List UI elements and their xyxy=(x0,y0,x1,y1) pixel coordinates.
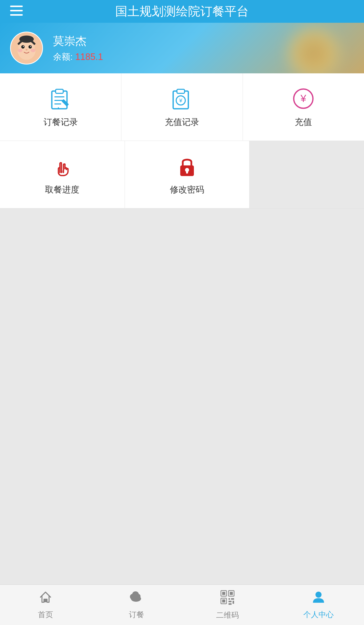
menu-row-1: 订餐记录 ¥ 充值记录 ¥ 充值 xyxy=(0,73,364,141)
balance-label: 余额: xyxy=(53,51,73,63)
menu-row-2: ¥ 取餐进度 修改密码 xyxy=(0,141,364,208)
svg-point-8 xyxy=(30,46,31,47)
svg-rect-44 xyxy=(229,603,232,605)
svg-rect-20 xyxy=(61,99,69,107)
svg-text:¥: ¥ xyxy=(300,93,306,104)
svg-rect-35 xyxy=(222,592,225,595)
balance-value: 1185.1 xyxy=(75,52,103,62)
svg-rect-2 xyxy=(10,14,23,16)
menu-icon[interactable] xyxy=(10,6,23,17)
menu-item-password[interactable]: 修改密码 xyxy=(125,141,250,208)
avatar xyxy=(10,32,43,64)
svg-point-5 xyxy=(21,45,25,49)
nav-item-order[interactable]: 订餐 xyxy=(91,585,182,625)
recharge-icon: ¥ xyxy=(291,86,316,111)
svg-rect-42 xyxy=(229,601,232,602)
svg-rect-0 xyxy=(10,6,23,7)
bottom-nav: 首页 订餐 xyxy=(0,585,364,625)
order-nav-label: 订餐 xyxy=(129,610,144,620)
nav-item-home[interactable]: 首页 xyxy=(0,585,91,625)
person-icon xyxy=(311,590,326,608)
menu-item-recharge-record[interactable]: ¥ 充值记录 xyxy=(121,73,243,141)
content-area xyxy=(0,208,364,625)
svg-rect-16 xyxy=(56,89,63,93)
menu-item-recharge[interactable]: ¥ 充值 xyxy=(243,73,364,141)
svg-point-12 xyxy=(19,35,34,43)
qr-icon xyxy=(220,590,235,608)
home-icon xyxy=(38,590,53,608)
svg-rect-43 xyxy=(233,601,234,604)
svg-point-9 xyxy=(26,49,28,51)
svg-point-13 xyxy=(14,45,18,52)
password-icon xyxy=(174,154,200,179)
pickup-icon: ¥ xyxy=(50,154,75,179)
profile-nav-label: 个人中心 xyxy=(303,610,334,620)
user-info: 莫崇杰 余额: 1185.1 xyxy=(53,34,103,63)
user-banner: 莫崇杰 余额: 1185.1 xyxy=(0,23,364,73)
password-label: 修改密码 xyxy=(170,184,204,196)
svg-rect-37 xyxy=(230,592,233,595)
home-nav-label: 首页 xyxy=(38,610,53,620)
svg-rect-31 xyxy=(186,170,188,174)
menu-grid: 订餐记录 ¥ 充值记录 ¥ 充值 xyxy=(0,73,364,208)
menu-item-empty xyxy=(249,141,364,208)
menu-item-pickup[interactable]: ¥ 取餐进度 xyxy=(0,141,125,208)
nav-item-profile[interactable]: 个人中心 xyxy=(273,585,364,625)
user-name: 莫崇杰 xyxy=(53,34,103,49)
nav-item-qrcode[interactable]: 二维码 xyxy=(182,585,273,625)
order-record-icon xyxy=(48,86,73,111)
balance-row: 余额: 1185.1 xyxy=(53,51,103,63)
svg-rect-23 xyxy=(177,89,185,93)
svg-text:¥: ¥ xyxy=(61,170,63,174)
svg-rect-39 xyxy=(222,599,225,602)
pickup-label: 取餐进度 xyxy=(45,184,79,196)
svg-point-7 xyxy=(23,46,24,47)
svg-point-45 xyxy=(315,592,322,598)
svg-rect-32 xyxy=(44,599,47,602)
page-title: 国土规划测绘院订餐平台 xyxy=(115,3,249,19)
order-record-label: 订餐记录 xyxy=(43,116,78,128)
recharge-record-icon: ¥ xyxy=(169,86,195,111)
cloud-icon xyxy=(129,590,144,608)
svg-rect-40 xyxy=(229,598,230,600)
recharge-record-label: 充值记录 xyxy=(165,116,199,128)
svg-rect-41 xyxy=(231,598,234,600)
svg-rect-1 xyxy=(10,10,23,11)
header: 国土规划测绘院订餐平台 xyxy=(0,0,364,23)
recharge-label: 充值 xyxy=(295,116,312,128)
svg-point-14 xyxy=(34,45,39,52)
menu-item-order-record[interactable]: 订餐记录 xyxy=(0,73,121,141)
svg-point-33 xyxy=(131,596,141,602)
svg-point-6 xyxy=(29,45,32,49)
qrcode-nav-label: 二维码 xyxy=(216,610,239,620)
svg-text:¥: ¥ xyxy=(179,97,183,104)
